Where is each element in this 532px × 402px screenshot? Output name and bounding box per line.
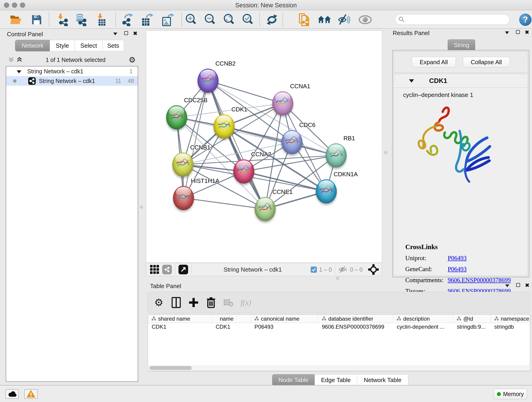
- expand-all-button[interactable]: Expand All: [412, 57, 456, 67]
- table-cell[interactable]: P06493: [251, 323, 318, 331]
- toolbar-divider: [175, 264, 175, 274]
- table-settings-gear-icon[interactable]: ⚙: [152, 296, 165, 309]
- column-header-shared-name[interactable]: shared name: [148, 315, 212, 323]
- column-header-namespace[interactable]: namespace: [491, 315, 530, 323]
- network-row-selected[interactable]: String Network – cdk1 11 48: [6, 76, 138, 86]
- collection-expander-icon[interactable]: [17, 70, 21, 73]
- hidden-eye-icon[interactable]: [338, 266, 348, 273]
- network-node-ccnb1[interactable]: [172, 153, 193, 177]
- column-header-name[interactable]: name: [212, 315, 251, 323]
- crosslink-link[interactable]: P06493: [448, 266, 467, 273]
- network-node-hist1h1a[interactable]: [173, 186, 194, 210]
- delete-column-trash-icon[interactable]: [204, 296, 218, 309]
- string-network-badge-icon[interactable]: [162, 265, 172, 274]
- panel-float-icon[interactable]: [516, 283, 520, 287]
- panel-menu-icon[interactable]: [505, 284, 509, 287]
- panel-close-icon[interactable]: ✖: [133, 31, 138, 36]
- show-columns-icon[interactable]: [170, 296, 183, 309]
- network-node-ccne1[interactable]: [254, 197, 276, 221]
- tab-sets[interactable]: Sets: [102, 40, 124, 51]
- tab-network[interactable]: Network: [15, 40, 50, 51]
- network-edge[interactable]: [224, 127, 336, 155]
- clone-network-icon[interactable]: [298, 13, 311, 26]
- view-grid-icon[interactable]: [150, 265, 159, 274]
- selected-checkbox[interactable]: [311, 267, 317, 273]
- network-edge[interactable]: [184, 198, 265, 209]
- save-session-icon[interactable]: [30, 13, 43, 26]
- column-header-canonical-name[interactable]: canonical name: [251, 315, 318, 323]
- help-button[interactable]: ?: [519, 13, 532, 26]
- tab-select[interactable]: Select: [75, 40, 103, 51]
- table-cell[interactable]: 9606.ENSP00000378699: [318, 323, 393, 331]
- search-input[interactable]: [405, 15, 509, 24]
- network-collection-row[interactable]: String Network – cdk1 1: [6, 66, 138, 76]
- card-expander-icon[interactable]: [409, 79, 414, 83]
- import-network-database-icon[interactable]: [74, 13, 87, 26]
- open-in-new-window-icon[interactable]: [178, 265, 188, 274]
- bottom-splitter-handle[interactable]: [336, 277, 339, 280]
- table-cell[interactable]: cyclin-dependent ...: [393, 323, 453, 331]
- column-header--id[interactable]: @id: [453, 315, 491, 323]
- collapse-all-networks-icon[interactable]: [8, 57, 14, 63]
- panel-float-icon[interactable]: [124, 31, 128, 35]
- network-node-cdk1[interactable]: [214, 114, 234, 139]
- network-options-gear-icon[interactable]: ⚙: [129, 56, 136, 64]
- panel-float-icon[interactable]: [516, 30, 520, 34]
- hide-annotations-icon[interactable]: [338, 13, 351, 26]
- search-box[interactable]: [395, 14, 510, 25]
- export-network-icon[interactable]: [121, 13, 135, 26]
- import-network-file-icon[interactable]: [56, 13, 70, 26]
- table-horizontal-scrollbar[interactable]: [148, 365, 530, 371]
- tab-string[interactable]: String: [448, 39, 475, 51]
- panel-menu-icon[interactable]: [113, 32, 117, 35]
- panel-menu-icon[interactable]: [505, 32, 509, 34]
- open-session-icon[interactable]: [9, 13, 22, 26]
- zoom-out-icon[interactable]: [203, 13, 217, 26]
- graphics-details-icon[interactable]: [318, 13, 331, 26]
- eye-icon[interactable]: [359, 13, 372, 26]
- network-node-cdc6[interactable]: [281, 130, 302, 154]
- column-header-description[interactable]: description: [393, 315, 453, 323]
- add-column-icon[interactable]: [187, 296, 200, 309]
- expand-all-networks-icon[interactable]: [17, 57, 22, 63]
- scrollbar-thumb[interactable]: [149, 366, 192, 370]
- right-splitter-handle[interactable]: [384, 151, 387, 154]
- network-node-cdkn1a[interactable]: [316, 179, 337, 204]
- network-node-ccna1[interactable]: [272, 91, 293, 115]
- network-node-cdc25b[interactable]: [166, 105, 187, 129]
- export-image-icon[interactable]: [161, 13, 174, 26]
- warnings-button[interactable]: [24, 389, 38, 399]
- import-table-file-icon[interactable]: [95, 13, 109, 26]
- zoom-in-icon[interactable]: [184, 13, 198, 26]
- network-node-ccna2[interactable]: [233, 159, 254, 184]
- tab-network-table[interactable]: Network Table: [357, 374, 408, 386]
- panel-close-icon[interactable]: ✖: [525, 30, 529, 35]
- table-cell[interactable]: CDK1: [212, 323, 251, 331]
- tab-style[interactable]: Style: [50, 40, 75, 51]
- network-edge[interactable]: [208, 81, 265, 209]
- tab-edge-table[interactable]: Edge Table: [315, 374, 357, 386]
- node-table-data-row[interactable]: CDK1CDK1P064939606.ENSP00000378699cyclin…: [148, 323, 530, 331]
- export-table-icon[interactable]: [140, 13, 154, 26]
- network-canvas[interactable]: CCNB2CCNA1CDC25BCDK1CDC6RB1CCNB1CCNA2CDK…: [146, 31, 382, 263]
- left-splitter-handle[interactable]: [140, 206, 143, 209]
- network-edge[interactable]: [208, 81, 283, 103]
- cdk1-card-header[interactable]: CDK1: [394, 74, 528, 88]
- table-cell[interactable]: CDK1: [148, 323, 212, 331]
- column-header-database-identifier[interactable]: database identifier: [318, 315, 393, 323]
- zoom-fit-icon[interactable]: [222, 13, 236, 26]
- table-cell[interactable]: stringdb:9...: [453, 323, 491, 331]
- crosslink-link[interactable]: P06493: [448, 255, 467, 262]
- zoom-selected-icon[interactable]: [241, 13, 254, 26]
- table-cell[interactable]: stringdb: [491, 323, 530, 331]
- panel-close-icon[interactable]: ✖: [525, 283, 530, 288]
- delete-table-icon-disabled: [222, 296, 235, 309]
- network-node-ccnb2[interactable]: [197, 69, 219, 93]
- memory-button[interactable]: Memory: [494, 389, 527, 399]
- refresh-icon[interactable]: [265, 13, 279, 26]
- tab-node-table[interactable]: Node Table: [272, 374, 315, 386]
- collapse-all-button[interactable]: Collapse All: [463, 57, 510, 67]
- network-node-rb1[interactable]: [326, 143, 347, 167]
- birdseye-navigator-icon[interactable]: [368, 264, 379, 275]
- cloud-services-button[interactable]: [6, 389, 19, 399]
